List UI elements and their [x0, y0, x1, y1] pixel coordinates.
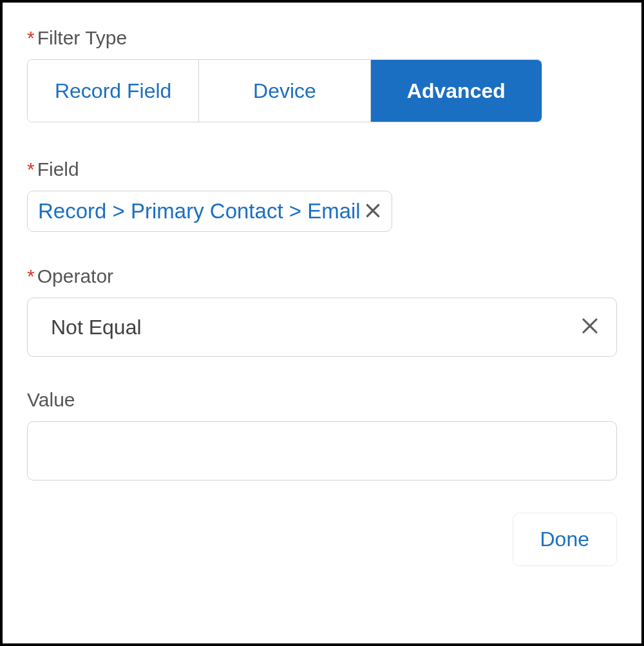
filter-type-group: Record Field Device Advanced [27, 59, 542, 122]
required-asterisk: * [27, 158, 35, 180]
form-actions: Done [27, 513, 617, 566]
required-asterisk: * [27, 265, 35, 287]
clear-field-icon[interactable] [365, 200, 381, 222]
clear-operator-icon[interactable] [580, 316, 600, 339]
filter-form: * Filter Type Record Field Device Advanc… [0, 0, 644, 646]
operator-value-text: Not Equal [51, 316, 142, 339]
field-value-text: Record > Primary Contact > Email [38, 199, 361, 223]
filter-type-device[interactable]: Device [198, 60, 370, 122]
field-value-pill[interactable]: Record > Primary Contact > Email [27, 191, 392, 232]
required-asterisk: * [27, 27, 35, 49]
filter-type-advanced[interactable]: Advanced [370, 60, 542, 122]
field-label-text: Field [37, 158, 79, 180]
value-label: Value [27, 389, 617, 411]
done-button[interactable]: Done [513, 513, 618, 566]
filter-type-label-text: Filter Type [37, 27, 128, 49]
operator-label-text: Operator [37, 265, 113, 287]
field-label: * Field [27, 158, 617, 180]
filter-type-record-field[interactable]: Record Field [28, 60, 198, 122]
value-label-text: Value [27, 389, 75, 411]
value-input[interactable] [27, 421, 617, 480]
operator-label: * Operator [27, 265, 617, 287]
filter-type-label: * Filter Type [27, 27, 617, 49]
operator-select[interactable]: Not Equal [27, 298, 617, 357]
